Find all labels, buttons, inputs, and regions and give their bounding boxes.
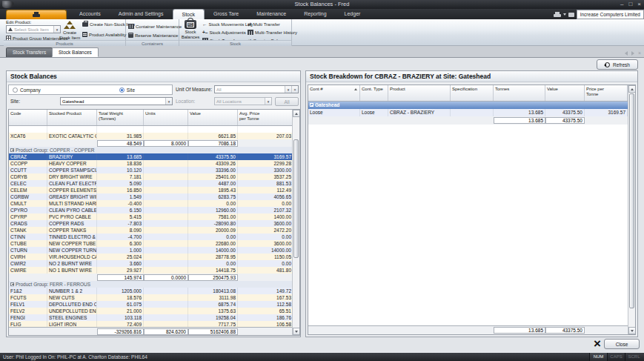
- close-button[interactable]: Close: [604, 339, 640, 349]
- ribbon-tab-gross-tare[interactable]: Gross Tare: [205, 9, 248, 19]
- left-grid-scrollbar[interactable]: [292, 110, 299, 335]
- table-row[interactable]: CPYRPPVC PYRO CABLE5.4157581.001400.00: [9, 213, 299, 220]
- column-header[interactable]: Avg. Priceper Tonne: [238, 110, 293, 125]
- column-header[interactable]: Value: [545, 85, 585, 101]
- column-header[interactable]: Total Weight(Tonnes): [97, 110, 144, 125]
- container-maintenance-button[interactable]: Container Maintenance: [128, 24, 182, 29]
- ribbon-tab-maintenance[interactable]: Maintenance: [248, 9, 295, 19]
- table-row[interactable]: CCOPPHEAVY COPPER18.83643309.262299.28: [9, 160, 299, 167]
- tab-stock-transfers[interactable]: Stock Transfers: [6, 47, 53, 57]
- multi-transfer-button[interactable]: ⇄ Multi Transfer: [248, 21, 280, 27]
- stock-adjustments-button[interactable]: +– Stock Adjustments: [202, 30, 246, 35]
- cell: 8.090: [97, 227, 144, 234]
- table-row[interactable]: CWIRENO 1 BURNT WIRE29.92714418.75481.80: [9, 267, 299, 274]
- table-row[interactable]: CWIR2NO 2 BURNT WIRE3.6600.000.00: [9, 260, 299, 267]
- table-row[interactable]: CPYROCLEAN PYRO CABLE6.15012960.002107.3…: [9, 207, 299, 213]
- table-row[interactable]: CCUTTCOPPER STAMPS/CUTTI...10.12033396.0…: [9, 167, 299, 173]
- cell: 13.685: [97, 153, 144, 160]
- cell: 881.53: [238, 180, 293, 187]
- tab-close-icon[interactable]: ×: [638, 50, 641, 56]
- product-group-row[interactable]: Product Group: COPPER - COPPER: [9, 147, 299, 153]
- uom-combo[interactable]: All ▾ ×: [214, 85, 299, 93]
- table-row[interactable]: LooseLooseCBRAZ - BRAZIERY13.68543375.50…: [308, 109, 635, 116]
- application-button[interactable]: [6, 10, 67, 19]
- site-group-row[interactable]: Gateshead: [308, 102, 635, 109]
- ribbon-tab-ledger[interactable]: Ledger: [336, 9, 370, 19]
- table-row[interactable]: CMULTMULTI STRAND HARD DR...-0.4000.000.…: [9, 200, 299, 207]
- right-grid-scrollbar[interactable]: [628, 85, 635, 334]
- column-header[interactable]: Cont #: [308, 85, 360, 101]
- stock-balances-button[interactable]: KG Stock Balances: [181, 20, 200, 39]
- column-header[interactable]: Product: [388, 85, 451, 101]
- company-radio[interactable]: Company: [13, 87, 41, 93]
- reserve-maintenance-button[interactable]: Reserve Maintenance: [128, 33, 178, 38]
- chevron-down-icon[interactable]: ▾: [285, 86, 291, 93]
- table-row[interactable]: CTUBENEW COPPER TUBE6.30022680.003600.00: [9, 240, 299, 247]
- clear-filter-icon[interactable]: ×: [291, 86, 298, 93]
- column-header[interactable]: Code: [9, 110, 47, 125]
- column-header[interactable]: Specification: [451, 85, 494, 101]
- scrollbar-thumb[interactable]: [629, 93, 634, 308]
- table-row[interactable]: CELECCLEAN FLAT ELECTRO-B...5.0904487.00…: [9, 180, 299, 187]
- cell: 18.576: [97, 294, 144, 301]
- tab-scroll-right-icon[interactable]: [631, 51, 634, 56]
- multi-transfer-history-button[interactable]: Multi-Transfer History: [248, 30, 297, 35]
- column-header[interactable]: Units: [144, 110, 188, 125]
- table-row[interactable]: CTURNNEW COPPER TURNINGS1.00014000.00140…: [9, 247, 299, 254]
- table-row[interactable]: FELV1DEPOLLUTED END OF LIF...61.0756875.…: [9, 301, 299, 308]
- all-locations-button[interactable]: All: [275, 97, 299, 106]
- scroll-down-icon[interactable]: [628, 327, 636, 334]
- close-window-icon[interactable]: ×: [637, 1, 641, 8]
- quick-print-icon[interactable]: [554, 12, 561, 18]
- system-icon[interactable]: [568, 13, 574, 17]
- product-group-row[interactable]: Product Group: FERR - FERROUS: [9, 281, 299, 288]
- collapse-icon[interactable]: [310, 103, 313, 107]
- scroll-up-icon[interactable]: [293, 110, 300, 117]
- ribbon-tab-accounts[interactable]: Accounts: [70, 9, 110, 19]
- column-header[interactable]: Value: [188, 110, 238, 125]
- table-row[interactable]: XCAT6EXOTIC CATALYTIC CONV...31.9856621.…: [9, 133, 299, 139]
- ribbon-tab-admin-and-settings[interactable]: Admin and Settings: [110, 9, 173, 19]
- table-row[interactable]: FENGISTEEL ENGINES103.11819258.04186.76: [9, 314, 299, 321]
- table-row[interactable]: CELEMCOPPER ELEMENTS16.8501895.43112.49: [9, 187, 299, 193]
- collapse-icon[interactable]: [10, 282, 14, 286]
- scroll-down-icon[interactable]: [293, 328, 300, 335]
- select-stock-item-combo[interactable]: Select Stock Item ▾: [6, 25, 61, 33]
- table-row[interactable]: CRADSCOPPER RADS-7.803-28090.803600.00: [9, 220, 299, 227]
- ribbon-tab-reporting[interactable]: Reporting: [295, 9, 335, 19]
- table-row[interactable]: CTINNTINNED ELECTRO & WIRE-4.7000.000.00: [9, 234, 299, 240]
- column-header[interactable]: Price perTonne: [585, 85, 628, 101]
- cell: 3600.00: [238, 220, 293, 227]
- briefcase-icon: [82, 22, 88, 27]
- table-row[interactable]: CTANKCOPPER TANKS8.09020000.092472.20: [9, 227, 299, 234]
- table-row[interactable]: CVIRHVIR./HOUSEHOLD CABLE25.02428778.951…: [9, 254, 299, 260]
- table-row-selected[interactable]: CBRAZBRAZIERY13.68543375.503169.57: [9, 153, 299, 160]
- tab-stock-balances[interactable]: Stock Balances: [52, 47, 99, 57]
- cell: COPPER TANKS: [47, 227, 97, 234]
- close-x-icon[interactable]: ×: [594, 338, 601, 350]
- minimize-icon[interactable]: –: [620, 1, 623, 8]
- site-combo[interactable]: Gateshead ▾: [60, 97, 173, 105]
- table-row[interactable]: CGRBWGREASY BRIGHT WIRE1.5496283.754056.…: [9, 193, 299, 200]
- scrollbar-thumb[interactable]: [293, 139, 299, 258]
- table-row[interactable]: CDRYBDRY BRIGHT WIRE7.18125401.003537.25: [9, 173, 299, 180]
- column-header[interactable]: Tonnes: [494, 85, 545, 101]
- column-header[interactable]: Stocked Product: [47, 110, 97, 125]
- column-header[interactable]: Cont. Type: [360, 85, 388, 101]
- table-row[interactable]: FELV2UNDEPOLLUTED END OF ...21.0001375.6…: [9, 308, 299, 314]
- site-radio[interactable]: Site: [119, 87, 135, 93]
- collapse-icon[interactable]: [10, 148, 14, 152]
- location-combo[interactable]: All Locations ▾: [214, 97, 272, 105]
- stock-movements-log-button[interactable]: ← Stock Movements Log: [202, 21, 253, 27]
- table-row[interactable]: F1&2NUMBER 1 & 21205.000180413.08149.72: [9, 288, 299, 294]
- scroll-up-icon[interactable]: [628, 85, 636, 93]
- product-availability-button[interactable]: Product Availability: [82, 32, 126, 37]
- refresh-button[interactable]: Refresh: [597, 59, 638, 70]
- table-row[interactable]: FCUTSNEW CUTS18.5763111.98167.53: [9, 294, 299, 301]
- create-stock-item-button[interactable]: Create Stock Item: [59, 21, 81, 40]
- maximize-icon[interactable]: □: [628, 1, 632, 8]
- ribbon: Edit Product: Select Stock Item ▾ Produc…: [0, 19, 644, 46]
- chevron-down-icon[interactable]: ▾: [165, 98, 172, 105]
- print-dropdown-icon[interactable]: [563, 13, 566, 16]
- tab-scroll-left-icon[interactable]: [625, 51, 628, 56]
